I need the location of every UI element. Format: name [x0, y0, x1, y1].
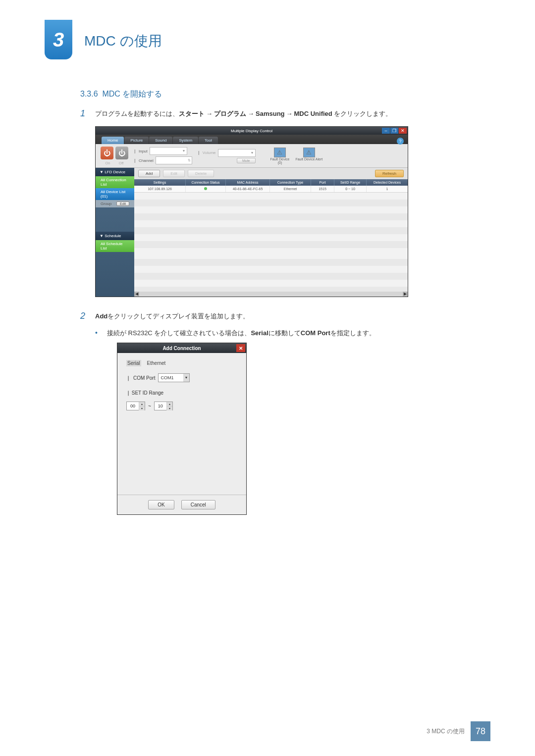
com-port-field: ❙COM Port COM1▾: [126, 373, 237, 382]
tab-serial[interactable]: Serial: [126, 360, 141, 366]
add-button[interactable]: Add: [138, 170, 160, 177]
ok-button[interactable]: OK: [148, 500, 174, 509]
edit-button[interactable]: Edit: [116, 202, 129, 206]
close-button[interactable]: ✕: [236, 344, 245, 352]
dialog-tabs: Serial Ethernet: [126, 360, 237, 366]
minimize-button[interactable]: –: [382, 128, 390, 134]
page-number: 78: [471, 721, 490, 741]
scroll-left-icon: ◀: [134, 292, 139, 297]
close-button[interactable]: ✕: [399, 128, 407, 134]
mute-button[interactable]: Mute: [237, 158, 256, 163]
cancel-button[interactable]: Cancel: [181, 500, 215, 509]
step-text: Addをクリックしてディスプレイ装置を追加します。: [95, 311, 249, 322]
step-2: 2 Addをクリックしてディスプレイ装置を追加します。: [80, 311, 490, 322]
dialog-buttons: OK Cancel: [126, 500, 237, 509]
bullet-1: • 接続が RS232C を介して確立されている場合は、Serialに移動してC…: [95, 329, 490, 338]
page-footer: 3 MDC の使用 78: [427, 721, 490, 741]
main-tabbar: Home Picture Sound System Tool ?: [96, 135, 408, 144]
delete-button[interactable]: Delete: [188, 170, 214, 177]
tab-system[interactable]: System: [173, 137, 198, 144]
fault-device-icon[interactable]: ⚠: [274, 148, 286, 157]
table-empty-rows: [134, 193, 408, 252]
tab-ethernet[interactable]: Ethernet: [146, 360, 167, 366]
sidebar-lfd-device[interactable]: ▼ LFD Device: [96, 168, 134, 176]
bullet-icon: •: [95, 329, 107, 338]
bullet-text: 接続が RS232C を介して確立されている場合は、Serialに移動してCOM…: [107, 329, 375, 338]
add-connection-dialog: Add Connection ✕ Serial Ethernet ❙COM Po…: [117, 343, 247, 515]
window-controls: – ❐ ✕: [382, 128, 407, 134]
sidebar-schedule[interactable]: ▼ Schedule: [96, 232, 134, 240]
sidebar-all-device[interactable]: All Device List (01): [96, 188, 134, 200]
tab-picture[interactable]: Picture: [124, 137, 149, 144]
chapter-title: MDC の使用: [84, 32, 162, 50]
cell-port: 1515: [311, 186, 334, 192]
toolbar: Add Edit Delete Refresh: [134, 168, 408, 179]
power-off-button[interactable]: ⏻: [115, 147, 128, 159]
channel-spinner[interactable]: ⇅: [156, 156, 192, 164]
help-icon[interactable]: ?: [397, 138, 404, 145]
refresh-button[interactable]: Refresh: [375, 170, 404, 177]
edit-button[interactable]: Edit: [163, 170, 185, 177]
status-dot-icon: [204, 187, 207, 190]
footer-label: 3 MDC の使用: [427, 727, 465, 736]
dialog-titlebar: Add Connection ✕: [117, 343, 246, 353]
tab-home[interactable]: Home: [102, 137, 124, 144]
chapter-header: 3 MDC の使用: [45, 20, 490, 59]
scroll-right-icon: ▶: [403, 292, 408, 297]
chapter-number-badge: 3: [45, 20, 72, 59]
table-row[interactable]: 107.108.89.126 40-61-86-4E-FC-65 Etherne…: [134, 186, 408, 193]
cell-dd: 1: [367, 186, 408, 192]
sidebar: ▼ LFD Device All Connection List All Dev…: [96, 168, 134, 297]
cell-settings: 107.108.89.126: [134, 186, 186, 192]
tab-tool[interactable]: Tool: [199, 137, 218, 144]
horizontal-scrollbar[interactable]: ◀ ▶: [134, 292, 408, 297]
sidebar-group[interactable]: Group Edit: [96, 200, 134, 207]
step-number: 2: [80, 311, 95, 322]
page: 3 MDC の使用 3.3.6 MDC を開始する 1 プログラムを起動するには…: [0, 0, 535, 756]
window-titlebar: Multiple Display Control – ❐ ✕: [96, 127, 408, 135]
setid-range-field: ❙ SET ID Range 00 ▴▾ ~ 10 ▴▾: [126, 390, 237, 410]
cell-ct: Ethernet: [270, 186, 311, 192]
step-1: 1 プログラムを起動するには、スタート→プログラム→Samsung→MDC Un…: [80, 108, 490, 119]
cell-mac: 40-61-86-4E-FC-65: [226, 186, 270, 192]
range-from-spinner[interactable]: 00 ▴▾: [126, 402, 145, 410]
schedule-empty-rows: [134, 252, 408, 292]
channel-field: ❙Channel ⇅: [133, 156, 192, 164]
maximize-button[interactable]: ❐: [390, 128, 398, 134]
fault-alert-icon[interactable]: ⚠: [303, 148, 315, 157]
input-field: ❙Input ▾: [133, 147, 192, 155]
tab-sound[interactable]: Sound: [149, 137, 172, 144]
step-number: 1: [80, 108, 95, 119]
control-bar: ⏻ ⏻ On Off ❙Input ▾ ❙Channel ⇅: [96, 144, 408, 168]
window-title: Multiple Display Control: [231, 129, 272, 133]
cell-status: [186, 186, 226, 192]
fault-panel: ⚠ Fault Device(0) ⚠ Fault Device Alert: [270, 148, 323, 164]
power-on-button[interactable]: ⏻: [101, 147, 113, 159]
sidebar-all-schedule[interactable]: All Schedule List: [96, 240, 134, 252]
com-port-select[interactable]: COM1▾: [158, 373, 190, 382]
volume-field: ❙Volume ▾: [197, 149, 256, 157]
volume-select[interactable]: ▾: [218, 149, 256, 157]
step-text: プログラムを起動するには、スタート→プログラム→Samsung→MDC Unif…: [95, 108, 392, 119]
content-area: Add Edit Delete Refresh Settings Connect…: [134, 168, 408, 297]
input-select[interactable]: ▾: [150, 147, 187, 155]
table-header: Settings Connection Status MAC Address C…: [134, 179, 408, 186]
sidebar-all-connection[interactable]: All Connection List: [96, 176, 134, 188]
range-to-spinner[interactable]: 10 ▴▾: [154, 402, 173, 410]
cell-sid: 0 ~ 10: [334, 186, 367, 192]
mdc-window: Multiple Display Control – ❐ ✕ Home Pict…: [95, 126, 408, 297]
section-heading: 3.3.6 MDC を開始する: [80, 89, 490, 100]
